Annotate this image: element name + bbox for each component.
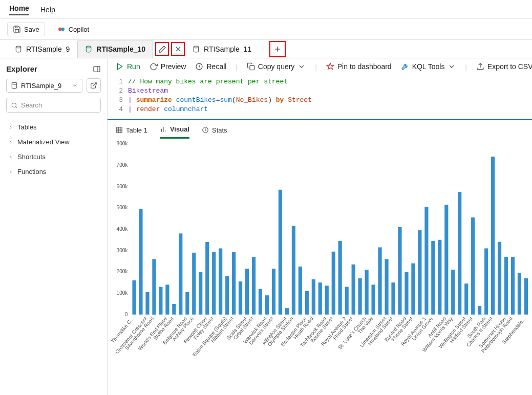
bar-7[interactable] <box>179 233 182 315</box>
bar-22[interactable] <box>279 190 282 315</box>
close-tab-button[interactable] <box>171 42 185 56</box>
bar-1[interactable] <box>139 209 142 314</box>
bar-20[interactable] <box>265 295 269 315</box>
bar-45[interactable] <box>431 241 435 315</box>
bar-12[interactable] <box>212 252 216 315</box>
bar-49[interactable] <box>458 192 461 315</box>
bar-5[interactable] <box>165 284 169 314</box>
bar-31[interactable] <box>338 241 342 315</box>
bar-46[interactable] <box>438 240 441 315</box>
bar-33[interactable] <box>352 265 355 315</box>
bar-28[interactable] <box>318 282 322 315</box>
explorer-search[interactable]: Search <box>6 98 101 113</box>
svg-point-3 <box>87 46 91 48</box>
tree-item-functions[interactable]: Functions <box>6 164 101 179</box>
bar-18[interactable] <box>252 257 256 315</box>
db-select[interactable]: RTISample_9 <box>6 79 82 93</box>
bar-36[interactable] <box>371 284 375 314</box>
bar-43[interactable] <box>418 230 421 315</box>
bar-34[interactable] <box>358 278 362 315</box>
tab-rtisample-11[interactable]: RTISample_11 <box>185 40 259 58</box>
bar-38[interactable] <box>385 259 388 314</box>
recall-button[interactable]: Recall <box>195 62 226 71</box>
result-tab-visual[interactable]: Visual <box>160 125 189 139</box>
bar-19[interactable] <box>259 289 262 315</box>
bar-27[interactable] <box>312 279 315 315</box>
bar-13[interactable] <box>219 248 222 314</box>
bar-0[interactable] <box>132 280 136 315</box>
bar-6[interactable] <box>172 304 176 315</box>
bar-16[interactable] <box>239 281 242 315</box>
bar-50[interactable] <box>464 283 468 314</box>
bar-4[interactable] <box>159 287 162 315</box>
export-icon <box>476 62 484 71</box>
bar-41[interactable] <box>405 272 408 314</box>
bar-42[interactable] <box>411 264 415 315</box>
bar-8[interactable] <box>185 292 189 315</box>
copy-query-button[interactable]: Copy query <box>247 62 306 71</box>
bar-40[interactable] <box>398 227 401 315</box>
bar-35[interactable] <box>365 270 369 315</box>
pin-button[interactable]: Pin to dashboard <box>326 62 392 71</box>
collapse-panel-icon[interactable] <box>93 65 101 73</box>
bar-57[interactable] <box>511 257 515 315</box>
bar-54[interactable] <box>491 157 495 315</box>
bar-10[interactable] <box>199 272 202 314</box>
save-button[interactable]: Save <box>7 22 45 36</box>
bar-56[interactable] <box>504 257 508 315</box>
bar-30[interactable] <box>332 252 335 315</box>
tree-item-materialized-view[interactable]: Materialized View <box>6 135 101 149</box>
open-db-button[interactable] <box>87 78 101 93</box>
bar-51[interactable] <box>471 217 475 315</box>
bar-24[interactable] <box>292 226 295 315</box>
bar-53[interactable] <box>484 248 488 314</box>
bar-9[interactable] <box>192 253 196 315</box>
new-tab-button[interactable] <box>269 41 286 57</box>
bar-25[interactable] <box>299 267 302 315</box>
bar-48[interactable] <box>451 270 455 315</box>
bar-15[interactable] <box>232 252 236 315</box>
menu-help[interactable]: Help <box>40 6 55 14</box>
tools-icon <box>401 62 409 71</box>
svg-point-13 <box>12 103 16 107</box>
bar-47[interactable] <box>444 205 448 315</box>
menu-home[interactable]: Home <box>9 4 29 15</box>
bar-37[interactable] <box>378 247 381 314</box>
run-button[interactable]: Run <box>116 62 140 71</box>
bar-39[interactable] <box>391 282 395 315</box>
preview-button[interactable]: Preview <box>150 62 186 71</box>
code-editor[interactable]: 1234 // How many bikes are present per s… <box>108 75 532 120</box>
tree-item-shortcuts[interactable]: Shortcuts <box>6 149 101 164</box>
chevron-right-icon <box>8 155 13 160</box>
svg-text:400k: 400k <box>117 226 129 232</box>
bar-59[interactable] <box>524 278 528 315</box>
bar-26[interactable] <box>305 291 309 315</box>
bar-11[interactable] <box>205 242 209 315</box>
close-icon <box>174 45 182 53</box>
export-csv-button[interactable]: Export to CSV <box>476 62 532 71</box>
bar-58[interactable] <box>518 273 521 314</box>
bar-55[interactable] <box>498 242 501 315</box>
copilot-button[interactable]: Copilot <box>52 23 94 36</box>
bar-17[interactable] <box>245 269 249 315</box>
bar-21[interactable] <box>272 269 275 315</box>
bar-44[interactable] <box>424 207 428 315</box>
tab-rtisample-9[interactable]: RTISample_9 <box>7 40 77 58</box>
bar-2[interactable] <box>145 292 149 315</box>
tree-item-tables[interactable]: Tables <box>6 120 101 135</box>
svg-point-11 <box>12 82 16 84</box>
bar-14[interactable] <box>225 276 229 315</box>
kql-tools-button[interactable]: KQL Tools <box>401 62 456 71</box>
tree-item-label: Tables <box>17 123 37 131</box>
bar-32[interactable] <box>345 287 349 315</box>
result-tab-stats[interactable]: Stats <box>202 126 227 138</box>
copilot-icon <box>57 25 66 33</box>
bar-29[interactable] <box>325 286 329 314</box>
table-icon <box>116 126 123 134</box>
tab-rtisample-10[interactable]: RTISample_10 <box>77 40 153 58</box>
bar-23[interactable] <box>285 308 289 315</box>
result-tab-table[interactable]: Table 1 <box>116 126 147 138</box>
edit-tab-button[interactable] <box>155 42 169 56</box>
bar-3[interactable] <box>152 259 156 314</box>
bar-52[interactable] <box>478 306 481 315</box>
